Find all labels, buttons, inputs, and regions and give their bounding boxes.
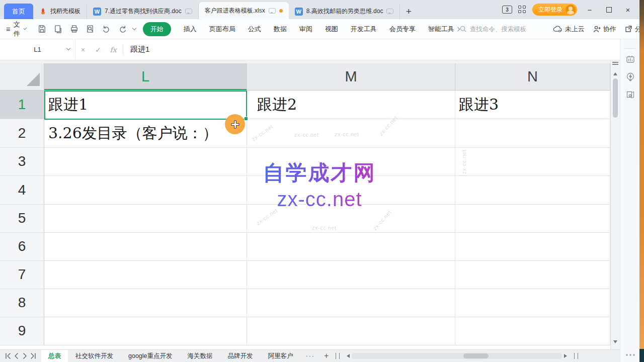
stock-book-icon[interactable] [625,89,635,100]
name-box[interactable]: L1 [0,39,75,60]
vertical-scrollbar[interactable] [610,60,620,349]
tab-doc-email[interactable]: W 8.高效找邮箱的另类思维.doc [289,4,400,19]
more-sheets-icon[interactable]: ··· [301,352,320,359]
smart-assistant-icon[interactable] [625,72,635,82]
cell-M9[interactable] [247,317,455,345]
row-header-4[interactable]: 4 [0,176,44,205]
cell-M7[interactable] [247,261,455,289]
property-panel-icon[interactable] [625,54,635,64]
select-all-corner[interactable] [0,63,44,90]
row-header-8[interactable]: 8 [0,289,44,317]
horizontal-scrollbar-thumb[interactable] [463,353,489,358]
ribbon-tab-formulas[interactable]: 公式 [248,25,261,34]
formula-content[interactable]: 跟进1 [126,45,149,54]
insert-function-icon[interactable]: fx [106,46,121,54]
row-header-2[interactable]: 2 [0,119,44,148]
cell-L8[interactable] [44,289,247,317]
cell-L6[interactable] [44,233,247,261]
scrollbar-resize-handle[interactable] [574,353,578,359]
cell-N3[interactable] [455,148,610,176]
cell-N7[interactable] [455,261,610,289]
search-input[interactable] [470,26,540,33]
cell-N5[interactable] [455,205,610,233]
cell-M1[interactable]: 跟进2 [247,90,455,119]
cell-N6[interactable] [455,233,610,261]
ribbon-tab-data[interactable]: 数据 [274,25,287,34]
row-header-9[interactable]: 9 [0,317,44,345]
tab-active-spreadsheet[interactable]: S 客户跟进表格模板.xlsx [199,2,289,19]
maximize-button[interactable] [602,6,615,14]
previous-sheet-button[interactable] [13,353,20,359]
cell-N8[interactable] [455,289,610,317]
sheet-tab-alibaba[interactable]: 阿里客户 [261,350,301,362]
print-preview-button[interactable] [85,23,97,35]
sheet-tab-customs[interactable]: 海关数据 [180,350,220,362]
sheet-tab-social[interactable]: 社交软件开发 [68,350,121,362]
undo-button[interactable] [101,23,113,35]
close-button[interactable]: × [621,6,634,14]
login-button[interactable]: 立即登录 [532,4,577,16]
horizontal-scrollbar[interactable] [352,353,562,359]
cell-M8[interactable] [247,289,455,317]
scrollbar-resize-handle[interactable] [336,353,340,359]
cell-L5[interactable] [44,205,247,233]
ribbon-tab-view[interactable]: 视图 [325,25,338,34]
customize-toolbar-dropdown-icon[interactable] [132,26,136,30]
ribbon-tab-review[interactable]: 审阅 [299,25,312,34]
ribbon-tab-smart-tools[interactable]: 智能工具 [428,25,459,34]
row-header-6[interactable]: 6 [0,233,44,261]
scroll-right-arrow[interactable] [564,354,569,358]
cell-M5[interactable] [247,205,455,233]
save-button[interactable] [36,23,48,35]
cell-N4[interactable] [455,176,610,205]
ribbon-tab-home[interactable]: 开始 [143,22,171,36]
cloud-status[interactable]: 未上云 [553,25,585,34]
scroll-left-arrow[interactable] [345,354,350,358]
cancel-entry-icon[interactable]: × [75,46,91,54]
column-header-M[interactable]: M [247,63,455,90]
sheet-tab-summary[interactable]: 总表 [41,350,68,362]
cell-L2[interactable]: 3.26发目录（客户说：） [44,119,247,148]
window-manager-icon[interactable]: 3 [502,6,512,14]
scroll-down-arrow[interactable] [613,340,617,345]
minimize-button[interactable]: − [583,6,596,14]
cell-L3[interactable] [44,148,247,176]
print-button[interactable] [68,23,80,35]
cell-N2[interactable] [455,119,610,148]
fill-handle[interactable] [244,117,248,121]
ribbon-tab-member[interactable]: 会员专享 [389,25,416,34]
cell-N9[interactable] [455,317,610,345]
split-handle-icon[interactable] [612,62,618,65]
ribbon-tab-developer[interactable]: 开发工具 [351,25,377,34]
ribbon-tab-insert[interactable]: 插入 [184,25,197,34]
last-sheet-button[interactable] [29,353,37,359]
cell-L9[interactable] [44,317,247,345]
ribbon-tab-page-layout[interactable]: 页面布局 [209,25,235,34]
row-header-5[interactable]: 5 [0,205,44,233]
column-header-L[interactable]: L [44,63,247,90]
cell-N1[interactable]: 跟进3 [455,90,610,119]
row-header-1[interactable]: 1 [0,90,44,119]
cell-L1[interactable]: 跟进1 [44,90,247,119]
tab-docer-templates[interactable]: 找稻壳模板 [33,4,87,19]
tab-home[interactable]: 首页 [4,4,33,19]
cell-M3[interactable] [247,148,455,176]
cell-M2[interactable] [247,119,455,148]
redo-button[interactable] [117,23,129,35]
collaborate-button[interactable]: 协作 [593,25,616,34]
name-box-dropdown-icon[interactable] [66,46,70,50]
row-header-7[interactable]: 7 [0,261,44,289]
column-header-N[interactable]: N [455,63,610,90]
file-menu[interactable]: ≡ 文件 [6,20,26,38]
tab-doc-supplier[interactable]: W 7.通过零售商找到供应商.doc [87,4,199,19]
sheet-tab-brand[interactable]: 品牌开发 [220,350,261,362]
cell-L4[interactable] [44,176,247,205]
apps-grid-icon[interactable] [518,6,526,14]
row-header-3[interactable]: 3 [0,148,44,176]
command-search[interactable] [459,25,545,33]
first-sheet-button[interactable] [4,353,12,359]
cell-L7[interactable] [44,261,247,289]
add-sheet-button[interactable]: + [320,351,333,360]
cell-M6[interactable] [247,233,455,261]
sidebar-more-dots-icon[interactable] [620,354,640,356]
